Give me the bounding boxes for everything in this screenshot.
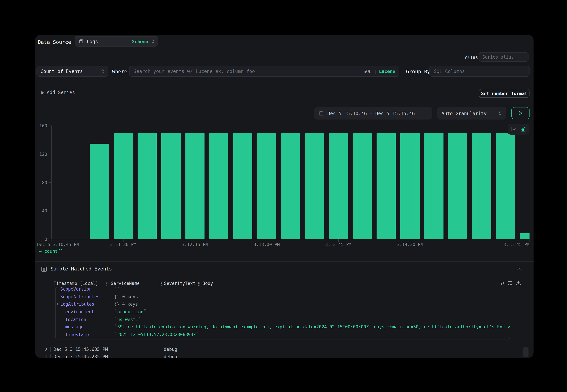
y-tick-label: 160 [39,123,47,128]
row-divider [50,354,51,358]
chart-bar [520,233,529,239]
y-tick-mark [49,154,52,154]
row-divider [50,347,51,352]
x-tick-label: 3:13:45 PM [325,242,351,247]
time-range-value: Dec 5 15:10:46 - Dec 5 15:15:46 [327,111,415,116]
query-builder-card: Data Source Logs Schema Alias Count of E… [35,35,534,358]
attribute-value: "us-west1" [114,317,141,322]
x-tick-mark [338,239,339,242]
y-tick-mark [49,126,52,126]
attribute-row-scopeattributes[interactable]: ScopeAttributes {}0 keys [55,293,510,300]
add-series-label: Add Series [47,90,75,95]
attribute-row-logattributes[interactable]: ▾LogAttributes {}4 keys [55,300,510,308]
quote-glyph: " [117,287,120,291]
schema-mode-label: Schema [132,39,148,44]
attribute-row-environment[interactable]: environment "production" [55,308,510,316]
object-badge-icon: {} [114,302,119,307]
y-tick-mark [49,239,52,239]
y-axis: 04080120160 [35,126,52,239]
attribute-key: message [60,324,114,330]
event-detail-panel: ScopeVersion "" ScopeAttributes {}0 keys… [55,287,510,339]
drag-grip-icon[interactable] [106,281,109,286]
quote-glyph: " [196,331,198,336]
attribute-value: "2025-12-05T13:57:23.082306893Z" [114,332,199,337]
chart-bar [376,133,396,239]
event-row[interactable]: Dec 5 3:15:45.235 PM debug [35,353,534,358]
attribute-key-text: LogAttributes [60,302,94,307]
legend-series-label: count() [44,248,63,254]
download-icon[interactable] [516,280,521,286]
data-source-select[interactable]: Logs Schema [75,36,158,46]
line-chart-icon[interactable] [511,126,517,132]
divider [35,57,459,57]
chevron-up-down-icon [499,111,502,116]
chart-bar [329,133,348,239]
column-header-timestamp[interactable]: Timestamp (Local) [54,281,98,286]
drag-grip-icon[interactable] [159,281,162,286]
set-number-format-button[interactable]: Set number format [479,89,529,98]
calendar-icon [319,111,324,116]
chart-bar [496,133,515,239]
expand-chevron-icon[interactable] [45,347,48,351]
sql-mode-option[interactable]: SQL [363,69,372,74]
caret-down-icon[interactable]: ▾ [56,302,59,306]
scrollbar-thumb[interactable] [523,347,528,357]
plus-circle-icon: ⊕ [41,90,44,95]
timeseries-chart: 04080120160 [35,126,529,239]
chart-legend[interactable]: — count() [39,248,63,254]
search-wrap: SQL | Lucene [129,66,399,77]
alias-input[interactable] [479,52,528,62]
x-tick-label: Dec 5 3:10:45 PM [37,242,79,247]
alias-label: Alias [465,55,478,60]
attribute-key: ScopeAttributes [60,294,114,299]
chart-bar [448,133,467,239]
attribute-row-message[interactable]: message "SSL certificate expiration warn… [55,323,510,331]
chart-bar [257,133,276,239]
group-by-input[interactable] [429,66,529,77]
y-tick-mark [49,182,52,182]
quote-glyph: " [114,324,117,329]
attribute-row-scopeversion[interactable]: ScopeVersion "" [55,287,510,293]
time-range-picker[interactable]: Dec 5 15:10:46 - Dec 5 15:15:46 [314,107,432,120]
attribute-key: environment [60,309,114,314]
x-tick-mark [410,239,410,242]
expand-chevron-icon[interactable] [45,354,48,358]
bar-chart-icon[interactable] [521,126,526,132]
column-header-severitytext[interactable]: SeverityText [164,281,195,286]
attribute-key: ▾LogAttributes [60,302,114,307]
granularity-select[interactable]: Auto Granularity [437,107,506,120]
run-query-button[interactable] [512,107,529,119]
aggregate-select[interactable]: Count of Events [37,66,108,77]
column-header-body[interactable]: Body [203,281,213,286]
attribute-value-text: 4 keys [122,302,138,307]
search-input[interactable] [129,66,399,77]
attribute-value-text: production [117,309,143,314]
chart-bar [424,133,443,239]
y-tick-label: 40 [42,209,47,214]
column-header-servicename[interactable]: ServiceName [111,281,139,286]
lucene-mode-option[interactable]: Lucene [379,69,395,74]
chevron-up-down-icon [151,39,154,44]
chart-bar [209,133,228,239]
attribute-value-text: 0 keys [122,294,138,299]
quote-glyph: " [114,287,117,291]
text-wrap-icon[interactable] [507,280,513,286]
drag-grip-icon[interactable] [198,281,200,286]
attribute-value-text: us-west1 [117,317,138,322]
x-tick-label: 3:14:30 PM [397,242,423,247]
x-tick-mark [123,239,124,242]
attribute-row-location[interactable]: location "us-west1" [55,316,510,323]
chart-bar [472,133,491,239]
event-row[interactable]: Dec 5 3:15:45.635 PM debug [35,346,534,353]
x-tick-mark [267,239,267,242]
x-tick-label: 3:15:45 PM [503,242,529,247]
attribute-value: {}0 keys [114,294,138,299]
event-severity: debug [164,354,177,358]
add-series-button[interactable]: ⊕ Add Series [41,90,75,95]
collapse-chevron-icon[interactable] [517,267,522,270]
event-timestamp: Dec 5 3:15:45.235 PM [54,354,108,358]
code-view-icon[interactable] [499,280,504,286]
query-language-toggle[interactable]: SQL | Lucene [363,66,395,77]
chevron-up-down-icon [101,69,104,74]
attribute-row-timestamp[interactable]: timestamp "2025-12-05T13:57:23.082306893… [55,331,510,338]
